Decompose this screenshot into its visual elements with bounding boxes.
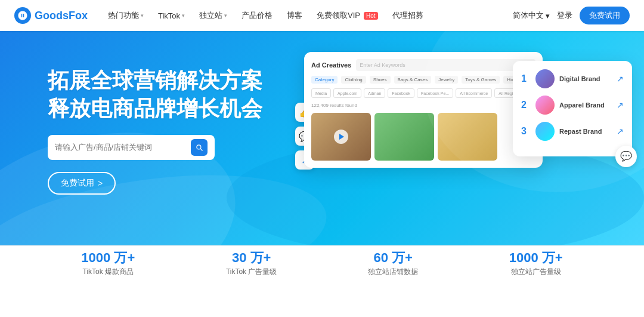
hero-search-box[interactable]	[48, 135, 215, 160]
chevron-down-icon: ▾	[546, 11, 550, 20]
brand-item-2: 2 Apparel Brand ↗	[521, 96, 624, 115]
stat-num-3: 60 万+	[368, 250, 418, 266]
nav-item-hotfeatures[interactable]: 热门功能 ▾	[102, 0, 150, 31]
stat-num-4: 1000 万+	[509, 250, 563, 266]
login-button[interactable]: 登录	[557, 10, 572, 21]
filter-facebook2: Facebook Pe...	[417, 88, 453, 98]
nav-item-blog[interactable]: 博客	[281, 0, 308, 31]
hot-badge: Hot	[364, 12, 378, 20]
brand-name-1: Digital Brand	[559, 75, 612, 82]
tab-bags: Bags & Cases	[394, 76, 432, 84]
trend-icon-1: ↗	[617, 74, 624, 84]
brand-name-3: Repast Brand	[559, 128, 612, 135]
stat-label-4: 独立站广告量级	[509, 267, 563, 277]
hero-mockup: 👍 💬 ↗ Ad Creatives Enter Ad Keywords Cat…	[298, 43, 632, 270]
mockup-coffee-image	[311, 113, 371, 161]
ad-card-header: Ad Creatives Enter Ad Keywords	[311, 59, 535, 71]
tab-clothing: Clothing	[341, 76, 366, 84]
logo-svg	[17, 10, 28, 21]
tab-category: Category	[311, 76, 338, 84]
brand-name-2: Apparel Brand	[559, 101, 612, 109]
logo[interactable]: GoodsFox	[14, 7, 88, 24]
navbar: GoodsFox 热门功能 ▾ TikTok ▾ 独立站 ▾ 产品价格 博客 免…	[0, 0, 644, 31]
logo-text: GoodsFox	[35, 10, 88, 22]
filter-media: Media	[311, 88, 331, 98]
hero-text-block: 拓展全球营销解决方案 释放电商品牌增长机会 免费试用 >	[48, 67, 262, 195]
trend-icon-2: ↗	[617, 100, 624, 110]
filter-apple: Apple.com	[333, 88, 361, 98]
hero-title: 拓展全球营销解决方案 释放电商品牌增长机会	[48, 67, 262, 123]
brand-ranking-card: 1 Digital Brand ↗ 2 Apparel Brand ↗ 3 Re…	[513, 61, 632, 156]
brand-rank-2: 2	[521, 100, 531, 110]
trend-icon-3: ↗	[617, 127, 624, 136]
filter-facebook: Facebook	[388, 88, 414, 98]
stat-num-2: 30 万+	[226, 250, 277, 266]
nav-item-standalone[interactable]: 独立站 ▾	[193, 0, 233, 31]
search-input[interactable]	[55, 143, 191, 152]
brand-rank-3: 3	[521, 126, 531, 137]
brand-avatar-1	[535, 69, 555, 88]
stat-item-3: 60 万+ 独立站店铺数据	[368, 250, 418, 277]
mockup-plant-image	[374, 113, 434, 161]
ad-card-search: Enter Ad Keywords	[356, 59, 535, 71]
brand-item-3: 3 Repast Brand ↗	[521, 122, 624, 141]
stat-label-2: TikTok 广告量级	[226, 267, 277, 277]
chevron-down-icon: ▾	[182, 13, 185, 19]
play-button	[334, 130, 348, 144]
mockup-filters: Media Apple.com Adman Facebook Facebook …	[311, 88, 535, 98]
hero-cta-button[interactable]: 免费试用 >	[48, 172, 116, 195]
tab-jewelry: Jewelry	[435, 76, 458, 84]
stat-item-4: 1000 万+ 独立站广告量级	[509, 250, 563, 277]
trial-button[interactable]: 免费试用	[580, 7, 630, 24]
hero-section: 拓展全球营销解决方案 释放电商品牌增长机会 免费试用 > 👍 💬 ↗ Ad Cr…	[0, 31, 644, 281]
logo-icon	[14, 7, 31, 24]
stat-item-2: 30 万+ TikTok 广告量级	[226, 250, 277, 277]
mockup-perfume-image	[438, 113, 497, 161]
ad-creatives-card: Ad Creatives Enter Ad Keywords Category …	[304, 52, 543, 168]
tab-toys: Toys & Games	[462, 76, 500, 84]
search-button[interactable]	[191, 139, 208, 156]
language-selector[interactable]: 简体中文 ▾	[513, 10, 550, 21]
mockup-category-tabs: Category Clothing Shoes Bags & Cases Jew…	[311, 76, 535, 84]
stat-label-3: 独立站店铺数据	[368, 267, 418, 277]
ad-card-title: Ad Creatives	[311, 61, 351, 69]
brand-item-1: 1 Digital Brand ↗	[521, 69, 624, 88]
results-count: 122,409 results found	[311, 103, 535, 108]
arrow-icon: >	[98, 178, 103, 188]
tab-home: Home Supplies	[503, 76, 535, 84]
stat-num-1: 1000 万+	[81, 250, 135, 266]
nav-items: 热门功能 ▾ TikTok ▾ 独立站 ▾ 产品价格 博客 免费领取VIP Ho…	[102, 0, 513, 31]
chat-float-button[interactable]: 💬	[615, 146, 637, 167]
filter-adman: Adman	[364, 88, 385, 98]
search-icon	[195, 143, 203, 152]
nav-item-agent[interactable]: 代理招募	[386, 0, 429, 31]
stat-label-1: TikTok 爆款商品	[81, 267, 135, 277]
nav-right: 简体中文 ▾ 登录 免费试用	[513, 7, 630, 24]
stats-bar: 1000 万+ TikTok 爆款商品 30 万+ TikTok 广告量级 60…	[0, 245, 644, 281]
filter-ecommerce: All Ecommerce	[456, 88, 492, 98]
stat-item-1: 1000 万+ TikTok 爆款商品	[81, 250, 135, 277]
nav-item-tiktok[interactable]: TikTok ▾	[152, 0, 191, 31]
mockup-image-grid	[311, 113, 535, 161]
brand-rank-1: 1	[521, 73, 531, 84]
chevron-down-icon: ▾	[141, 13, 144, 19]
filter-region: All Region	[494, 88, 522, 98]
chevron-down-icon: ▾	[224, 13, 227, 19]
nav-item-vip[interactable]: 免费领取VIP Hot	[311, 0, 384, 31]
brand-avatar-2	[535, 96, 555, 115]
tab-shoes: Shoes	[370, 76, 391, 84]
brand-avatar-3	[535, 122, 555, 141]
nav-item-pricing[interactable]: 产品价格	[236, 0, 278, 31]
